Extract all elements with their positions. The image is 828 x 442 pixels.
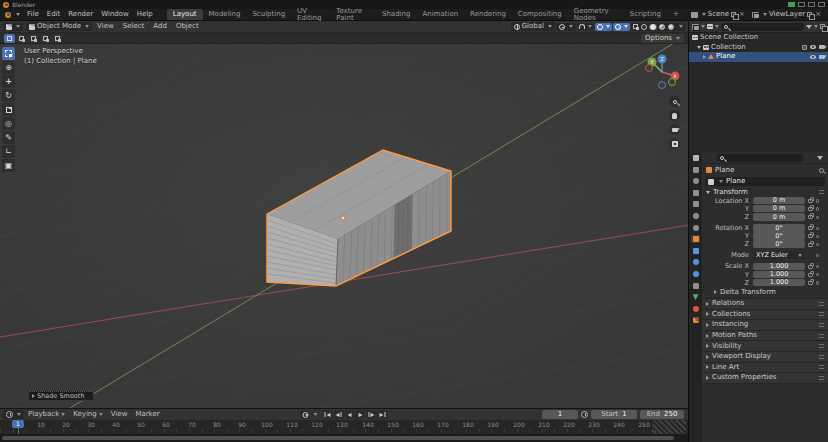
lock-icon[interactable]	[808, 273, 813, 277]
lock-icon[interactable]	[808, 215, 813, 219]
rotation-y-field[interactable]: 0°	[753, 232, 805, 239]
pan-button[interactable]	[669, 110, 680, 121]
window-minimize-button[interactable]	[798, 2, 805, 7]
hide-eye-icon[interactable]	[810, 45, 816, 49]
disclosure-open-icon[interactable]	[697, 46, 701, 49]
animate-dot[interactable]	[816, 273, 819, 276]
shading-material-button[interactable]	[658, 24, 666, 30]
shading-solid-button[interactable]	[649, 24, 657, 30]
tab-material[interactable]	[691, 305, 700, 313]
workspace-tab-compositing[interactable]: Compositing	[512, 9, 568, 20]
location-z-field[interactable]: 0 m	[753, 213, 805, 220]
pivot-point-dropdown[interactable]	[556, 23, 576, 31]
panel-instancing[interactable]: Instancing	[702, 319, 828, 330]
xray-toggle[interactable]	[632, 24, 639, 30]
panel-menu-icon[interactable]	[819, 365, 824, 369]
mode-dropdown[interactable]: Object Mode	[26, 22, 92, 31]
scale-z-field[interactable]: 1.000	[753, 279, 805, 286]
overlays-toggle[interactable]	[613, 23, 630, 31]
view-layer-selector[interactable]: ViewLayer ×	[752, 11, 822, 18]
tab-tool[interactable]	[691, 166, 700, 174]
new-view-layer-icon[interactable]	[807, 12, 812, 17]
annotate-tool[interactable]: ✎	[2, 131, 15, 144]
workspace-tab-animation[interactable]: Animation	[416, 9, 464, 20]
transform-orientation-dropdown[interactable]: Global	[511, 22, 555, 31]
window-maximize-button[interactable]	[808, 2, 815, 7]
current-frame-field[interactable]: 1	[542, 410, 578, 419]
menu-timeline-view[interactable]: View	[107, 410, 132, 419]
disclosure-closed-icon[interactable]	[703, 55, 706, 59]
prev-keyframe-button[interactable]	[334, 410, 344, 419]
panel-menu-icon[interactable]	[819, 376, 824, 380]
timeline-editor-type-button[interactable]	[3, 410, 24, 419]
select-mode-extend[interactable]	[16, 34, 27, 43]
add-workspace-button[interactable]: +	[667, 9, 685, 20]
menu-playback[interactable]: Playback	[24, 410, 69, 419]
animate-dot[interactable]	[816, 265, 819, 268]
rotation-x-field[interactable]: 0°	[753, 224, 805, 231]
cursor-tool[interactable]: ⊕	[2, 61, 15, 74]
viewport-3d[interactable]: User Perspective (1) Collection | Plane …	[0, 44, 688, 408]
camera-view-button[interactable]	[669, 124, 680, 135]
location-x-field[interactable]: 0 m	[753, 197, 805, 204]
display-mode-dropdown[interactable]	[707, 24, 719, 29]
tab-view-layer[interactable]	[691, 200, 700, 208]
perspective-toggle-button[interactable]	[669, 138, 680, 149]
location-y-field[interactable]: 0 m	[753, 205, 805, 212]
animate-dot[interactable]	[816, 207, 819, 210]
hide-eye-icon[interactable]	[810, 55, 816, 59]
panel-menu-icon[interactable]	[819, 344, 824, 348]
tab-output[interactable]	[691, 189, 700, 197]
tab-object-data[interactable]	[691, 293, 700, 301]
outliner-editor-type-button[interactable]	[692, 24, 705, 30]
tab-modifiers[interactable]	[691, 247, 700, 255]
editor-type-button[interactable]	[3, 23, 23, 31]
tab-scene[interactable]	[691, 212, 700, 220]
panel-custom-properties[interactable]: Custom Properties	[702, 372, 828, 383]
menu-window[interactable]: Window	[97, 10, 133, 19]
properties-filter-icon[interactable]	[817, 156, 823, 160]
new-scene-icon[interactable]	[731, 12, 736, 17]
tab-render[interactable]	[691, 177, 700, 185]
window-close-button[interactable]	[818, 2, 825, 7]
timeline-ruler[interactable]: 10 20 30 40 50 60 70 80 90 100 110 120 1…	[0, 420, 688, 442]
lock-icon[interactable]	[808, 265, 813, 269]
select-mode-invert[interactable]	[40, 34, 51, 43]
lock-icon[interactable]	[808, 226, 813, 230]
scene-selector[interactable]: Scene ×	[691, 11, 746, 18]
lock-icon[interactable]	[808, 243, 813, 247]
panel-menu-icon[interactable]	[819, 323, 824, 327]
shading-rendered-button[interactable]	[667, 24, 675, 30]
workspace-tab-scripting[interactable]: Scripting	[624, 9, 667, 20]
render-visibility-icon[interactable]	[819, 45, 825, 49]
transform-panel-header[interactable]: Transform	[702, 187, 828, 197]
panel-visibility[interactable]: Visibility	[702, 340, 828, 351]
panel-menu-icon[interactable]	[819, 334, 824, 338]
panel-delta-transform[interactable]: Delta Transform	[702, 287, 828, 298]
rotation-mode-dropdown[interactable]: XYZ Euler	[753, 252, 805, 259]
menu-select[interactable]: Select	[119, 22, 149, 31]
navigation-gizmo[interactable]: X Y Z	[640, 50, 684, 96]
transform-tool[interactable]: ◎	[2, 117, 15, 130]
animate-dot[interactable]	[816, 281, 819, 284]
lock-icon[interactable]	[808, 281, 813, 285]
menu-file[interactable]: File	[23, 10, 43, 19]
lock-icon[interactable]	[808, 199, 813, 203]
remove-view-layer-icon[interactable]: ×	[814, 11, 822, 18]
menu-edit[interactable]: Edit	[43, 10, 65, 19]
outliner-search-input[interactable]	[721, 23, 804, 31]
outliner-row-scene-collection[interactable]: Scene Collection	[689, 33, 828, 43]
rotate-tool[interactable]: ↻	[2, 89, 15, 102]
workspace-tab-shading[interactable]: Shading	[376, 9, 416, 20]
options-button[interactable]: Options	[641, 34, 684, 43]
current-frame-marker[interactable]: 1	[12, 420, 24, 428]
properties-editor-type-button[interactable]	[691, 154, 700, 162]
jump-to-start-button[interactable]	[323, 410, 333, 419]
unlink-scene-icon[interactable]: ×	[738, 11, 746, 18]
use-preview-range-icon[interactable]	[581, 411, 588, 418]
rotation-z-field[interactable]: 0°	[753, 240, 805, 247]
scale-x-field[interactable]: 1.000	[753, 263, 805, 270]
add-cube-tool[interactable]: ▣	[2, 159, 15, 172]
measure-tool[interactable]: ∟	[2, 145, 15, 158]
panel-motion-paths[interactable]: Motion Paths	[702, 330, 828, 341]
